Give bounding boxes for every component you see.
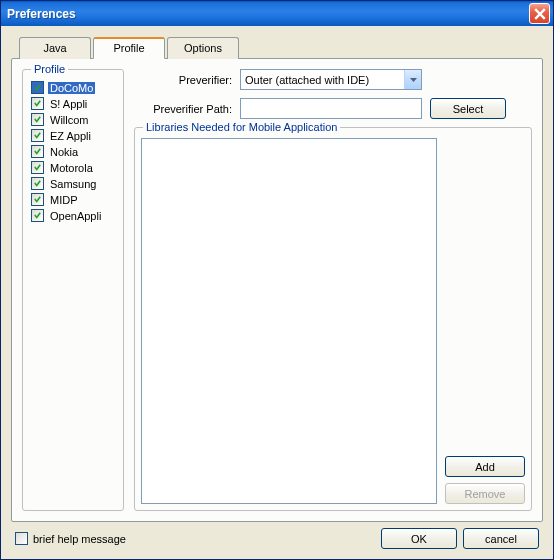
- close-icon: [534, 8, 546, 20]
- profile-item[interactable]: OpenAppli: [29, 208, 117, 223]
- checkbox-icon: [15, 532, 28, 545]
- tab-profile-label: Profile: [113, 42, 144, 54]
- tab-java[interactable]: Java: [19, 37, 91, 59]
- tab-options-label: Options: [184, 42, 222, 54]
- settings-column: Preverifier: Outer (attached with IDE) P…: [134, 69, 532, 511]
- checkbox-icon: [31, 161, 44, 174]
- libraries-content: Add Remove: [141, 138, 525, 504]
- profile-item-label: Motorola: [48, 162, 95, 174]
- brief-help-label: brief help message: [33, 533, 126, 545]
- profile-item-label: DoCoMo: [48, 82, 95, 94]
- add-button[interactable]: Add: [445, 456, 525, 477]
- profile-item[interactable]: EZ Appli: [29, 128, 117, 143]
- profile-item[interactable]: Motorola: [29, 160, 117, 175]
- content-area: Java Profile Options Profile DoCoMoS! Ap…: [1, 26, 553, 559]
- checkbox-icon: [31, 209, 44, 222]
- libraries-list[interactable]: [141, 138, 437, 504]
- profile-item[interactable]: Nokia: [29, 144, 117, 159]
- cancel-button[interactable]: cancel: [463, 528, 539, 549]
- profile-item-label: MIDP: [48, 194, 80, 206]
- profile-groupbox: Profile DoCoMoS! AppliWillcomEZ AppliNok…: [22, 69, 124, 511]
- profile-item-label: EZ Appli: [48, 130, 93, 142]
- profile-item[interactable]: DoCoMo: [29, 80, 117, 95]
- profile-item[interactable]: Willcom: [29, 112, 117, 127]
- profile-item[interactable]: Samsung: [29, 176, 117, 191]
- profile-item-label: Willcom: [48, 114, 91, 126]
- tab-java-label: Java: [43, 42, 66, 54]
- titlebar: Preferences: [1, 1, 553, 26]
- path-row: Preverifier Path: Select: [134, 98, 532, 119]
- bottom-bar: brief help message OK cancel: [11, 522, 543, 551]
- select-button[interactable]: Select: [430, 98, 506, 119]
- checkbox-icon: [31, 113, 44, 126]
- checkbox-icon: [31, 129, 44, 142]
- checkbox-icon: [31, 193, 44, 206]
- profile-item-label: Nokia: [48, 146, 80, 158]
- profile-item-label: OpenAppli: [48, 210, 103, 222]
- preverifier-path-input[interactable]: [240, 98, 422, 119]
- preverifier-dropdown[interactable]: Outer (attached with IDE): [240, 69, 422, 90]
- profile-item[interactable]: MIDP: [29, 192, 117, 207]
- profile-item-label: S! Appli: [48, 98, 89, 110]
- tab-options[interactable]: Options: [167, 37, 239, 59]
- checkbox-icon: [31, 97, 44, 110]
- checkbox-icon: [31, 81, 44, 94]
- libraries-title: Libraries Needed for Mobile Application: [143, 121, 340, 133]
- brief-help-checkbox[interactable]: brief help message: [15, 532, 126, 545]
- tab-bar: Java Profile Options: [19, 36, 543, 58]
- library-buttons: Add Remove: [445, 138, 525, 504]
- preverifier-row: Preverifier: Outer (attached with IDE): [134, 69, 532, 90]
- preverifier-value: Outer (attached with IDE): [245, 74, 369, 86]
- window-title: Preferences: [7, 7, 529, 21]
- preverifier-label: Preverifier:: [134, 74, 232, 86]
- chevron-down-icon: [404, 70, 421, 89]
- preferences-window: Preferences Java Profile Options Profile…: [0, 0, 554, 560]
- profile-item-label: Samsung: [48, 178, 98, 190]
- close-button[interactable]: [529, 3, 550, 24]
- checkbox-icon: [31, 177, 44, 190]
- remove-button[interactable]: Remove: [445, 483, 525, 504]
- path-label: Preverifier Path:: [134, 103, 232, 115]
- profile-item[interactable]: S! Appli: [29, 96, 117, 111]
- tab-panel: Profile DoCoMoS! AppliWillcomEZ AppliNok…: [11, 58, 543, 522]
- ok-button[interactable]: OK: [381, 528, 457, 549]
- libraries-groupbox: Libraries Needed for Mobile Application …: [134, 127, 532, 511]
- profile-group-title: Profile: [31, 63, 68, 75]
- checkbox-icon: [31, 145, 44, 158]
- tab-profile[interactable]: Profile: [93, 37, 165, 59]
